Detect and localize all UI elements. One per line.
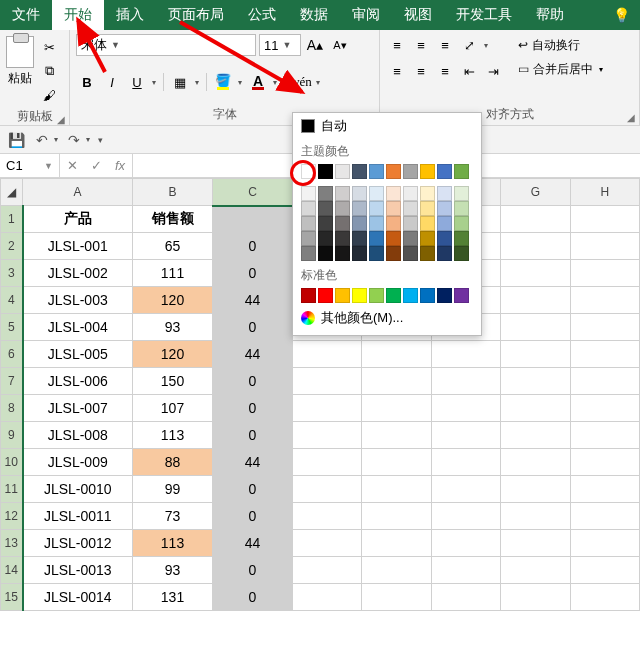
font-color-button[interactable]: A xyxy=(247,71,269,93)
cell[interactable]: 0 xyxy=(213,395,293,422)
color-swatch[interactable] xyxy=(301,246,316,261)
color-swatch[interactable] xyxy=(454,216,469,231)
cell[interactable]: JLSL-0014 xyxy=(23,584,133,611)
color-swatch[interactable] xyxy=(420,288,435,303)
cell[interactable] xyxy=(501,503,570,530)
cell[interactable]: JLSL-009 xyxy=(23,449,133,476)
cell[interactable] xyxy=(570,395,639,422)
save-button[interactable]: 💾 xyxy=(6,130,26,150)
cell[interactable]: JLSL-005 xyxy=(23,341,133,368)
more-colors-item[interactable]: 其他颜色(M)... xyxy=(293,305,481,331)
cell[interactable]: 0 xyxy=(213,368,293,395)
cell[interactable] xyxy=(501,314,570,341)
tab-insert[interactable]: 插入 xyxy=(104,0,156,30)
redo-button[interactable]: ↷ xyxy=(64,130,84,150)
tab-help[interactable]: 帮助 xyxy=(524,0,576,30)
color-swatch[interactable] xyxy=(369,186,384,201)
row-header[interactable]: 6 xyxy=(1,341,23,368)
cell[interactable]: 88 xyxy=(133,449,213,476)
cell[interactable] xyxy=(431,584,500,611)
undo-button[interactable]: ↶ xyxy=(32,130,52,150)
cell[interactable] xyxy=(570,503,639,530)
tab-home[interactable]: 开始 xyxy=(52,0,104,30)
phonetic-dropdown[interactable]: ▾ xyxy=(312,71,322,93)
cell[interactable]: 0 xyxy=(213,233,293,260)
cell[interactable] xyxy=(362,476,431,503)
color-swatch[interactable] xyxy=(318,201,333,216)
fill-color-button[interactable]: 🪣 xyxy=(212,71,234,93)
color-swatch[interactable] xyxy=(352,164,367,179)
cell[interactable] xyxy=(362,422,431,449)
bold-button[interactable]: B xyxy=(76,71,98,93)
cell[interactable] xyxy=(293,530,362,557)
cell[interactable]: JLSL-004 xyxy=(23,314,133,341)
cell[interactable]: 0 xyxy=(213,422,293,449)
cell[interactable]: JLSL-003 xyxy=(23,287,133,314)
cell[interactable]: 93 xyxy=(133,557,213,584)
cell[interactable] xyxy=(570,287,639,314)
color-swatch[interactable] xyxy=(420,164,435,179)
cell[interactable]: 120 xyxy=(133,287,213,314)
color-swatch[interactable] xyxy=(369,246,384,261)
cell[interactable] xyxy=(501,368,570,395)
row-header[interactable]: 13 xyxy=(1,530,23,557)
orientation-button[interactable]: ⤢ xyxy=(458,34,480,56)
color-swatch[interactable] xyxy=(386,231,401,246)
cell[interactable]: 113 xyxy=(133,530,213,557)
copy-button[interactable]: ⧉ xyxy=(38,60,60,82)
cell[interactable] xyxy=(431,341,500,368)
color-swatch[interactable] xyxy=(352,186,367,201)
color-swatch[interactable] xyxy=(318,288,333,303)
cell[interactable] xyxy=(501,233,570,260)
cell[interactable]: 0 xyxy=(213,584,293,611)
color-swatch[interactable] xyxy=(386,186,401,201)
color-swatch[interactable] xyxy=(369,231,384,246)
align-left-button[interactable]: ≡ xyxy=(386,60,408,82)
cell[interactable] xyxy=(431,476,500,503)
color-swatch[interactable] xyxy=(437,186,452,201)
cell[interactable] xyxy=(362,584,431,611)
color-swatch[interactable] xyxy=(318,164,333,179)
column-header-A[interactable]: A xyxy=(23,179,133,206)
alignment-launcher-icon[interactable]: ◢ xyxy=(627,112,635,123)
cell[interactable]: JLSL-0012 xyxy=(23,530,133,557)
tab-file[interactable]: 文件 xyxy=(0,0,52,30)
cell[interactable] xyxy=(570,530,639,557)
color-swatch[interactable] xyxy=(386,288,401,303)
italic-button[interactable]: I xyxy=(101,71,123,93)
cell[interactable]: 107 xyxy=(133,395,213,422)
color-swatch[interactable] xyxy=(420,231,435,246)
tell-me-icon[interactable]: 💡 xyxy=(603,0,640,30)
name-box[interactable]: C1▼ xyxy=(0,154,60,177)
align-bottom-button[interactable]: ≡ xyxy=(434,34,456,56)
fill-color-dropdown[interactable]: ▾ xyxy=(234,71,244,93)
cell[interactable]: 44 xyxy=(213,449,293,476)
cell[interactable] xyxy=(431,449,500,476)
row-header[interactable]: 3 xyxy=(1,260,23,287)
font-name-combo[interactable]: 宋体▼ xyxy=(76,34,256,56)
color-swatch[interactable] xyxy=(454,246,469,261)
cell[interactable]: 产品 xyxy=(23,206,133,233)
color-swatch[interactable] xyxy=(352,288,367,303)
cell[interactable] xyxy=(431,368,500,395)
row-header[interactable]: 7 xyxy=(1,368,23,395)
qat-customize-icon[interactable]: ▾ xyxy=(98,135,103,145)
cell[interactable] xyxy=(362,557,431,584)
font-color-dropdown[interactable]: ▾ xyxy=(269,71,279,93)
align-top-button[interactable]: ≡ xyxy=(386,34,408,56)
color-swatch[interactable] xyxy=(335,246,350,261)
cell[interactable] xyxy=(501,341,570,368)
cell[interactable] xyxy=(213,206,293,233)
row-header[interactable]: 9 xyxy=(1,422,23,449)
borders-dropdown[interactable]: ▾ xyxy=(191,71,201,93)
cell[interactable] xyxy=(362,341,431,368)
color-swatch[interactable] xyxy=(437,164,452,179)
cell[interactable]: JLSL-001 xyxy=(23,233,133,260)
row-header[interactable]: 15 xyxy=(1,584,23,611)
merge-center-button[interactable]: ▭合并后居中▾ xyxy=(514,58,607,80)
color-swatch[interactable] xyxy=(352,216,367,231)
cell[interactable]: JLSL-007 xyxy=(23,395,133,422)
cell[interactable] xyxy=(570,206,639,233)
color-swatch[interactable] xyxy=(403,216,418,231)
automatic-color-item[interactable]: 自动 xyxy=(293,113,481,139)
